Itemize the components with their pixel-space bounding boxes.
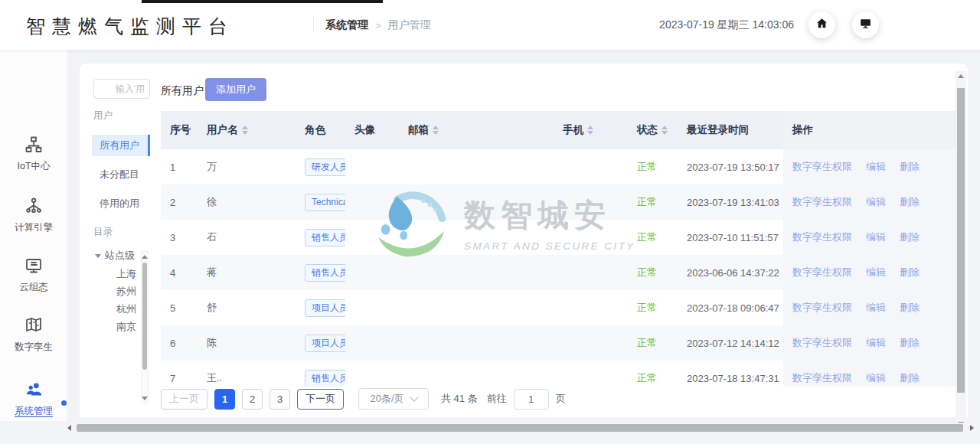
cell-op: 数字孪生权限编辑删除 (783, 184, 957, 220)
column-header-2[interactable]: 用户名 (198, 111, 296, 149)
digital-twin-permission-link[interactable]: 数字孪生权限 (792, 301, 852, 315)
pagination: 上一页 123 下一页 20条/页 共 41 条 前往 页 (161, 388, 566, 410)
horizontal-scroll-thumb[interactable] (77, 424, 963, 432)
scroll-up-icon[interactable] (142, 255, 148, 259)
tree-node-1[interactable]: 上海 (116, 268, 142, 280)
digital-twin-permission-link[interactable]: 数字孪生权限 (792, 160, 852, 174)
breadcrumb-section[interactable]: 系统管理 (325, 18, 368, 32)
cell-username: 徐 (198, 184, 296, 220)
column-label: 角色 (305, 123, 325, 137)
delete-link[interactable]: 删除 (900, 266, 920, 279)
scroll-right-icon[interactable] (970, 425, 974, 431)
prev-page-button[interactable]: 上一页 (161, 389, 207, 410)
add-user-button[interactable]: 添加用户 (205, 78, 266, 101)
user-management-card: 用户 所有用户未分配目停用的用 目录 站点级上海苏州杭州南京 所有用户 添加用户… (80, 64, 968, 417)
page-number-group: 123 (214, 389, 297, 410)
home-button[interactable] (808, 11, 835, 38)
cell-status: 正常 (628, 290, 678, 325)
tree-expand-icon[interactable] (95, 254, 101, 258)
panel-section-directory: 目录 (93, 226, 113, 239)
digital-twin-permission-link[interactable]: 数字孪生权限 (792, 336, 852, 350)
goto-page-input[interactable] (514, 389, 549, 410)
cell-op: 数字孪生权限编辑删除 (783, 255, 957, 290)
delete-link[interactable]: 删除 (900, 301, 920, 315)
sidebar-item-1[interactable]: IoT中心 (0, 135, 67, 173)
table-row: 4蒋销售人员正常2023-06-06 14:37:22数字孪生权限编辑删除 (161, 255, 957, 290)
sidebar-item-3[interactable]: 云组态 (0, 256, 67, 294)
digital-twin-permission-link[interactable]: 数字孪生权限 (792, 195, 852, 209)
edit-link[interactable]: 编辑 (866, 266, 886, 279)
table-row: 6陈项目人员正常2023-07-12 14:14:12数字孪生权限编辑删除 (161, 325, 957, 361)
vertical-scrollbar[interactable] (956, 71, 966, 429)
sidebar-item-4[interactable]: 数字孪生 (0, 316, 67, 354)
edit-link[interactable]: 编辑 (866, 195, 886, 209)
app-title: 智慧燃气监测平台 (26, 14, 234, 39)
table-row: 5舒项目人员正常2023-07-18 09:06:47数字孪生权限编辑删除 (161, 290, 957, 325)
panel-section-user: 用户 (93, 109, 113, 122)
sort-caret-icon[interactable] (587, 126, 593, 135)
scroll-up-icon[interactable] (958, 74, 964, 78)
digital-twin-permission-link[interactable]: 数字孪生权限 (792, 266, 852, 279)
digital-twin-permission-link[interactable]: 数字孪生权限 (792, 371, 852, 385)
breadcrumb-divider (313, 18, 314, 32)
active-indicator-dot (61, 400, 67, 406)
cell-email (399, 361, 554, 387)
search-input[interactable] (93, 79, 150, 99)
user-filter-item-3[interactable]: 停用的用 (92, 193, 150, 214)
edit-link[interactable]: 编辑 (866, 301, 886, 315)
digital-twin-permission-link[interactable]: 数字孪生权限 (792, 230, 852, 244)
edit-link[interactable]: 编辑 (866, 230, 886, 244)
cell-username: 万 (198, 149, 296, 184)
tree-node-3[interactable]: 杭州 (116, 303, 142, 315)
scroll-down-icon[interactable] (142, 397, 148, 400)
delete-link[interactable]: 删除 (900, 230, 920, 244)
tree-root-node[interactable]: 站点级 (95, 249, 142, 263)
table-row: 1万研发人员正常2023-07-19 13:50:17数字孪生权限编辑删除 (161, 149, 957, 184)
cell-login: 2023-07-18 09:06:47 (678, 290, 783, 325)
sort-caret-icon[interactable] (242, 126, 248, 135)
cell-avatar (345, 255, 399, 290)
column-header-5[interactable]: 邮箱 (399, 111, 554, 149)
cell-phone (554, 149, 628, 184)
column-label: 用户名 (207, 123, 238, 137)
column-header-7[interactable]: 状态 (628, 111, 678, 149)
page-button-1[interactable]: 1 (214, 389, 235, 410)
delete-link[interactable]: 删除 (900, 371, 920, 385)
sidebar-item-2[interactable]: 计算引擎 (0, 197, 67, 234)
page-button-3[interactable]: 3 (270, 389, 290, 410)
edit-link[interactable]: 编辑 (866, 336, 886, 350)
sort-caret-icon[interactable] (433, 126, 439, 135)
digital-twin-icon (24, 316, 43, 335)
role-tag: 销售人员 (305, 264, 345, 282)
next-page-button[interactable]: 下一页 (297, 389, 344, 410)
sidebar-item-label: 云组态 (0, 281, 67, 294)
scroll-left-icon[interactable] (67, 425, 71, 431)
sidebar-item-5[interactable]: 系统管理 (0, 380, 67, 418)
user-filter-item-2[interactable]: 未分配目 (92, 164, 150, 185)
monitor-icon (859, 17, 872, 33)
cell-no: 4 (161, 255, 198, 290)
column-label: 序号 (170, 123, 191, 137)
column-header-6[interactable]: 手机 (554, 111, 628, 149)
sort-caret-icon[interactable] (662, 126, 668, 135)
table-row: 2徐Technical_s正常2023-07-19 13:41:03数字孪生权限… (161, 184, 957, 220)
table-header: 序号用户名角色头像邮箱手机状态最近登录时间操作 (161, 111, 957, 149)
delete-link[interactable]: 删除 (900, 195, 920, 209)
edit-link[interactable]: 编辑 (866, 160, 886, 174)
tree-node-2[interactable]: 苏州 (116, 286, 142, 298)
delete-link[interactable]: 删除 (900, 336, 920, 350)
page-size-select[interactable]: 20条/页 (358, 388, 429, 410)
vertical-scroll-thumb[interactable] (957, 88, 965, 393)
delete-link[interactable]: 删除 (900, 160, 920, 174)
user-filter-item-1[interactable]: 所有用户 (92, 135, 150, 156)
page-button-2[interactable]: 2 (242, 389, 263, 410)
edit-link[interactable]: 编辑 (866, 371, 886, 385)
sidebar-item-label: 数字孪生 (0, 341, 67, 354)
cloud-scada-icon (24, 256, 43, 275)
tree-node-4[interactable]: 南京 (116, 321, 142, 333)
horizontal-scrollbar[interactable] (64, 423, 977, 433)
cell-phone (554, 184, 628, 220)
panel-scrollbar[interactable] (141, 251, 149, 404)
monitor-button[interactable] (852, 11, 879, 38)
panel-scroll-thumb[interactable] (142, 263, 147, 370)
